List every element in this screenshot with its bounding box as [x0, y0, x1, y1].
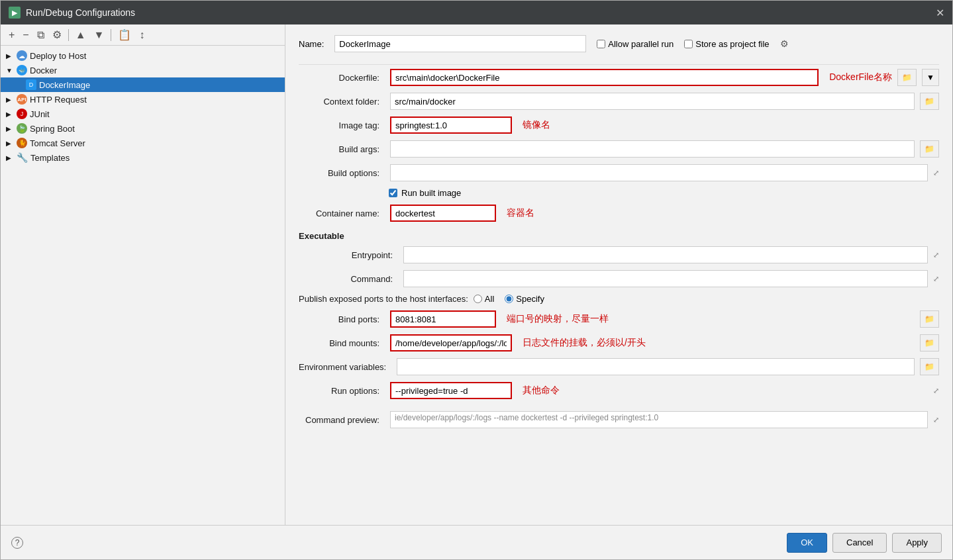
build-options-label: Build options: [299, 168, 385, 178]
env-variables-folder-button[interactable]: 📁 [920, 358, 939, 375]
wrench-icon: 🔧 [17, 152, 28, 163]
sidebar-item-label: Spring Boot [30, 124, 75, 134]
sidebar-item-tomcat-server[interactable]: ▶ 🐈 Tomcat Server [1, 136, 285, 150]
build-args-row: Build args: 📁 [299, 140, 939, 158]
radio-group: All Specify [474, 294, 544, 304]
entrypoint-input[interactable] [403, 246, 928, 263]
title-bar: ▶ Run/Debug Configurations ✕ [1, 1, 952, 24]
command-row: Command: ⤢ [299, 270, 939, 287]
bind-mounts-annotation: 日志文件的挂载，必须以/开头 [523, 337, 646, 349]
run-options-input[interactable] [390, 382, 512, 399]
expand-icon-run-options[interactable]: ⤢ [933, 387, 939, 395]
sidebar: + − ⧉ ⚙ ▲ ▼ 📋 ↕ ▶ ☁ D [1, 24, 285, 525]
sidebar-toolbar: + − ⧉ ⚙ ▲ ▼ 📋 ↕ [1, 24, 285, 46]
radio-all[interactable] [474, 295, 482, 303]
command-preview-label: Command preview: [299, 415, 385, 425]
expand-icon-build-options[interactable]: ⤢ [933, 169, 939, 177]
container-name-label: Container name: [299, 209, 385, 218]
sort-button[interactable]: ↕ [136, 28, 147, 42]
move-up-button[interactable]: ▲ [73, 28, 89, 42]
image-tag-input[interactable] [390, 117, 512, 134]
tree-arrow: ▼ [6, 67, 14, 74]
tree-area: ▶ ☁ Deploy to Host ▼ 🐳 Docker D Do [1, 46, 285, 525]
sidebar-item-http-request[interactable]: ▶ API HTTP Request [1, 92, 285, 107]
sidebar-item-deploy-to-host[interactable]: ▶ ☁ Deploy to Host [1, 48, 285, 63]
sidebar-item-docker-image[interactable]: D DockerImage [1, 77, 285, 92]
sidebar-item-label: Templates [30, 153, 70, 163]
build-args-input[interactable] [390, 140, 915, 158]
publish-ports-row: Publish exposed ports to the host interf… [299, 294, 939, 304]
radio-specify-label: Specify [516, 294, 544, 304]
tree-arrow: ▶ [6, 125, 14, 132]
sidebar-item-label: Docker [30, 66, 57, 75]
run-built-image-label: Run built image [401, 188, 461, 198]
apply-button[interactable]: Apply [892, 533, 942, 553]
run-built-image-checkbox[interactable] [389, 189, 397, 197]
add-config-button[interactable]: + [6, 28, 17, 42]
bind-ports-folder-button[interactable]: 📁 [920, 310, 939, 328]
store-project-checkbox-row: Store as project file [684, 39, 769, 49]
container-name-input[interactable] [390, 205, 496, 222]
dialog-title: Run/Debug Configurations [26, 7, 135, 18]
command-label: Command: [312, 274, 398, 284]
docker-icon: 🐳 [17, 65, 27, 75]
bind-mounts-folder-button[interactable]: 📁 [920, 334, 939, 351]
right-panel: Name: Allow parallel run Store as projec… [285, 24, 952, 525]
close-button[interactable]: ✕ [936, 7, 944, 19]
main-content: + − ⧉ ⚙ ▲ ▼ 📋 ↕ ▶ ☁ D [1, 24, 952, 525]
bind-mounts-input[interactable] [390, 334, 512, 351]
ok-button[interactable]: OK [787, 533, 827, 553]
divider-1 [299, 64, 939, 65]
deploy-icon: ☁ [17, 50, 27, 61]
settings-button[interactable]: ⚙ [50, 27, 64, 42]
context-folder-input[interactable] [390, 93, 915, 110]
cancel-button[interactable]: Cancel [832, 533, 887, 553]
junit-icon: J [17, 109, 27, 119]
name-label: Name: [299, 39, 324, 49]
help-button[interactable]: ? [11, 537, 23, 549]
expand-icon-command-preview[interactable]: ⤢ [933, 416, 939, 424]
sidebar-item-label: Tomcat Server [30, 138, 85, 148]
radio-specify[interactable] [505, 295, 513, 303]
toolbar-separator-1 [68, 29, 69, 41]
dockerfile-input[interactable] [390, 69, 819, 86]
gear-icon[interactable]: ⚙ [780, 38, 789, 49]
run-options-label: Run options: [299, 386, 385, 396]
sidebar-item-templates[interactable]: ▶ 🔧 Templates [1, 150, 285, 165]
command-preview-row: Command preview: ie/developer/app/logs/:… [299, 411, 939, 428]
build-args-button[interactable]: 📁 [920, 140, 939, 158]
env-variables-row: Environment variables: 📁 [299, 358, 939, 375]
context-folder-button[interactable]: 📁 [920, 93, 939, 110]
bind-ports-row: Bind ports: 端口号的映射，尽量一样 📁 [299, 310, 939, 328]
bind-ports-label: Bind ports: [312, 314, 385, 324]
command-input[interactable] [403, 270, 928, 287]
spring-icon: 🍃 [17, 123, 27, 134]
sidebar-item-spring-boot[interactable]: ▶ 🍃 Spring Boot [1, 121, 285, 136]
dockerfile-dropdown-button[interactable]: ▼ [922, 69, 939, 86]
name-input[interactable] [334, 35, 586, 52]
sidebar-item-junit[interactable]: ▶ J JUnit [1, 107, 285, 121]
build-options-input[interactable] [390, 164, 928, 181]
name-row: Name: Allow parallel run Store as projec… [299, 35, 939, 52]
copy-config-button[interactable]: ⧉ [34, 28, 47, 42]
allow-parallel-checkbox[interactable] [597, 40, 605, 48]
move-button[interactable]: 📋 [115, 27, 134, 42]
sidebar-item-label: Deploy to Host [30, 51, 86, 61]
dockerfile-label: Dockerfile: [299, 73, 385, 83]
env-variables-input[interactable] [397, 358, 915, 375]
radio-specify-item: Specify [505, 294, 544, 304]
move-down-button[interactable]: ▼ [91, 28, 107, 42]
sidebar-item-label: DockerImage [39, 80, 90, 90]
bottom-bar: ? OK Cancel Apply [1, 525, 952, 559]
store-project-checkbox[interactable] [684, 40, 693, 48]
tree-arrow: ▶ [6, 140, 14, 147]
radio-all-item: All [474, 294, 494, 304]
container-name-row: Container name: 容器名 [299, 205, 939, 222]
expand-icon-command[interactable]: ⤢ [933, 275, 939, 283]
expand-icon-entrypoint[interactable]: ⤢ [933, 251, 939, 259]
bind-ports-input[interactable] [390, 310, 496, 328]
dockerfile-folder-button[interactable]: 📁 [897, 69, 917, 86]
remove-config-button[interactable]: − [20, 28, 31, 42]
sidebar-item-docker[interactable]: ▼ 🐳 Docker [1, 63, 285, 77]
tree-arrow: ▶ [6, 52, 14, 60]
